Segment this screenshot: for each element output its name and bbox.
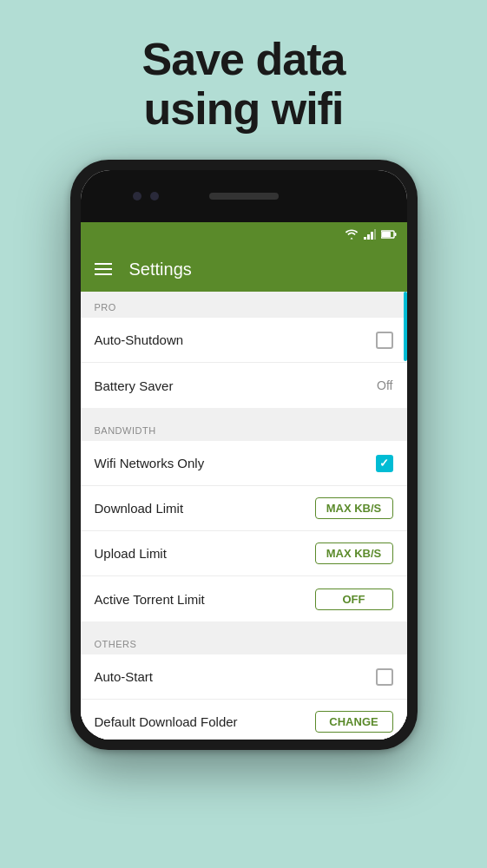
svg-rect-1 — [367, 234, 370, 240]
wifi-icon — [345, 229, 359, 240]
camera-dot-2 — [150, 192, 159, 201]
setting-row-active-torrent: Active Torrent Limit OFF — [81, 576, 407, 621]
speaker — [209, 193, 279, 200]
hero-title-line1: Save data — [142, 35, 346, 84]
battery-saver-label: Battery Saver — [95, 378, 174, 393]
phone-screen: Settings PRO Auto-Shutdown Battery Saver… — [81, 170, 407, 740]
default-folder-button[interactable]: CHANGE — [315, 711, 393, 733]
active-torrent-label: Active Torrent Limit — [95, 592, 205, 607]
section-pro: Auto-Shutdown Battery Saver Off — [81, 318, 407, 408]
setting-row-download-limit: Download Limit MAX KB/S — [81, 486, 407, 531]
auto-shutdown-label: Auto-Shutdown — [95, 332, 184, 347]
setting-row-upload-limit: Upload Limit MAX KB/S — [81, 531, 407, 576]
download-limit-label: Download Limit — [95, 501, 184, 516]
app-bar-title: Settings — [129, 260, 192, 279]
active-torrent-button[interactable]: OFF — [315, 589, 393, 610]
setting-row-wifi-networks: Wifi Networks Only — [81, 441, 407, 486]
hero-title-line2: using wifi — [142, 84, 346, 134]
auto-start-label: Auto-Start — [95, 669, 154, 684]
setting-row-auto-shutdown: Auto-Shutdown — [81, 318, 407, 363]
phone-frame: Settings PRO Auto-Shutdown Battery Saver… — [70, 160, 418, 750]
status-bar — [81, 222, 407, 247]
scroll-indicator — [404, 292, 407, 361]
setting-row-default-folder: Default Download Folder CHANGE — [81, 700, 407, 740]
download-limit-button[interactable]: MAX KB/S — [315, 497, 393, 519]
setting-row-auto-start: Auto-Start — [81, 654, 407, 700]
auto-start-checkbox[interactable] — [376, 668, 393, 686]
camera-dot-1 — [133, 192, 141, 201]
auto-shutdown-checkbox[interactable] — [376, 332, 393, 349]
battery-icon — [381, 230, 397, 239]
settings-content: PRO Auto-Shutdown Battery Saver Off BAND… — [81, 292, 407, 740]
wifi-networks-label: Wifi Networks Only — [95, 456, 205, 470]
app-bar: Settings — [81, 247, 407, 292]
upload-limit-label: Upload Limit — [95, 546, 167, 561]
setting-row-battery-saver[interactable]: Battery Saver Off — [81, 363, 407, 408]
svg-rect-2 — [371, 232, 373, 240]
section-header-pro: PRO — [81, 292, 407, 318]
wifi-networks-checkbox[interactable] — [376, 455, 393, 472]
section-header-bandwidth: BANDWIDTH — [81, 415, 407, 441]
section-others: Auto-Start Default Download Folder CHANG… — [81, 654, 407, 740]
camera-bar — [81, 170, 407, 222]
svg-rect-5 — [382, 232, 391, 237]
battery-saver-value: Off — [377, 378, 392, 392]
svg-rect-3 — [374, 229, 376, 240]
svg-rect-6 — [394, 233, 396, 236]
section-bandwidth: Wifi Networks Only Download Limit MAX KB… — [81, 441, 407, 621]
phone-mockup: Settings PRO Auto-Shutdown Battery Saver… — [70, 160, 418, 750]
upload-limit-button[interactable]: MAX KB/S — [315, 542, 393, 564]
signal-icon — [364, 229, 376, 240]
hamburger-menu[interactable] — [95, 263, 112, 275]
svg-rect-0 — [364, 237, 366, 240]
hero-section: Save data using wifi — [142, 35, 346, 134]
default-folder-label: Default Download Folder — [95, 714, 238, 729]
camera-dots — [133, 192, 159, 201]
section-header-others: OTHERS — [81, 628, 407, 654]
